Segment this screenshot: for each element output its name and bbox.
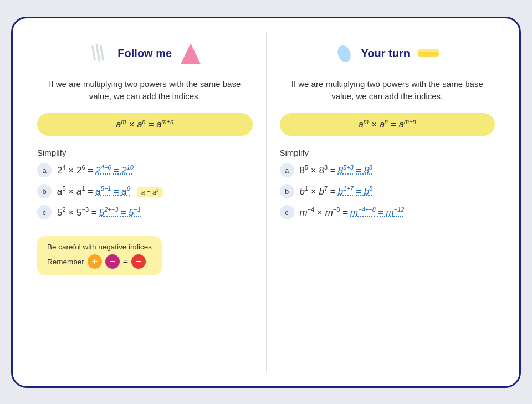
right-letter-c: c xyxy=(280,205,294,219)
svg-marker-4 xyxy=(181,43,201,64)
main-card: Follow me If we are multiplying two powe… xyxy=(11,17,521,388)
right-math-c: m−4 × m−8 = m−4+−8 = m−12 xyxy=(300,206,405,218)
your-turn-column: Your turn If we are multiplying two powe… xyxy=(267,32,509,373)
right-header: Your turn xyxy=(280,37,495,70)
left-problem-c: c 52 × 5−3 = 52+−3 = 5−1 xyxy=(37,205,253,219)
right-letter-a: a xyxy=(280,163,294,177)
left-math-b: a5 × a1 = a5+1 = a6 a = a1 xyxy=(57,185,163,197)
left-header: Follow me xyxy=(37,37,253,70)
right-simplify-label: Simplify xyxy=(280,148,495,157)
hint-line1: Be careful with negative indices xyxy=(47,243,152,251)
result-button[interactable]: − xyxy=(131,254,146,269)
deco-triangle-icon xyxy=(178,42,203,66)
right-math-a: 85 × 83 = 85+3 = 88 xyxy=(300,164,373,176)
right-formula-box: am × an = am+n xyxy=(280,113,495,136)
left-problem-a: a 24 × 26 = 24+6 = 210 xyxy=(37,163,253,177)
right-formula-text: am × an = am+n xyxy=(359,119,416,130)
left-letter-b: b xyxy=(37,184,52,198)
svg-point-5 xyxy=(336,44,353,64)
deco-yellow-rect-icon xyxy=(417,49,440,59)
svg-rect-0 xyxy=(91,45,96,60)
left-note-b: a = a1 xyxy=(137,187,163,197)
svg-rect-2 xyxy=(100,44,105,61)
right-title: Your turn xyxy=(361,47,410,60)
plus-button[interactable]: + xyxy=(88,254,102,269)
deco-lines-icon xyxy=(86,42,111,66)
left-formula-text: am × an = am+n xyxy=(116,119,173,130)
right-problem-a: a 85 × 83 = 85+3 = 88 xyxy=(280,163,495,177)
left-math-c: 52 × 5−3 = 52+−3 = 5−1 xyxy=(57,206,141,218)
right-description: If we are multiplying two powers with th… xyxy=(280,78,495,103)
right-problem-c: c m−4 × m−8 = m−4+−8 = m−12 xyxy=(280,205,495,219)
left-title: Follow me xyxy=(117,47,172,60)
right-problem-b: b b1 × b7 = b1+7 = b8 xyxy=(280,184,495,198)
hint-row: Remember + − = − xyxy=(47,254,152,269)
minus-button[interactable]: − xyxy=(105,254,120,269)
left-simplify-label: Simplify xyxy=(37,148,253,157)
left-math-a: 24 × 26 = 24+6 = 210 xyxy=(57,164,134,176)
left-letter-a: a xyxy=(37,163,52,177)
left-letter-c: c xyxy=(37,205,52,219)
left-description: If we are multiplying two powers with th… xyxy=(37,78,253,103)
equals-sign: = xyxy=(123,257,128,267)
right-letter-b: b xyxy=(280,184,294,198)
hint-box: Be careful with negative indices Remembe… xyxy=(37,236,162,275)
right-math-b: b1 × b7 = b1+7 = b8 xyxy=(300,185,373,197)
hint-remember-label: Remember xyxy=(47,258,84,266)
deco-leaf-icon xyxy=(334,44,354,64)
left-formula-box: am × an = am+n xyxy=(37,113,253,136)
svg-rect-7 xyxy=(418,49,439,53)
follow-me-column: Follow me If we are multiplying two powe… xyxy=(24,32,267,373)
left-problem-b: b a5 × a1 = a5+1 = a6 a = a1 xyxy=(37,184,253,198)
two-column-layout: Follow me If we are multiplying two powe… xyxy=(24,32,508,373)
